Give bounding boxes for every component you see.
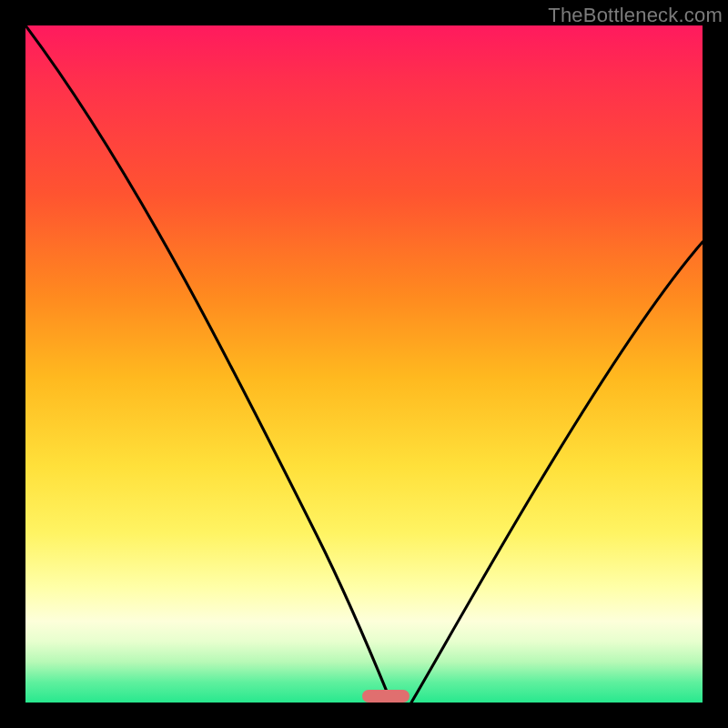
curve-right [411, 242, 703, 703]
chart-frame: TheBottleneck.com [0, 0, 728, 728]
curve-left [25, 25, 391, 703]
bottleneck-curves [25, 25, 703, 703]
watermark-text: TheBottleneck.com [548, 4, 723, 27]
bottleneck-marker [362, 690, 410, 703]
plot-area [25, 25, 703, 703]
